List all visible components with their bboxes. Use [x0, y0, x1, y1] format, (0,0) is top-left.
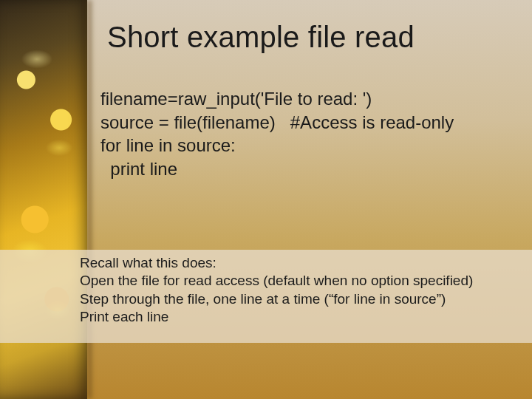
slide-title: Short example file read — [107, 21, 514, 54]
explain-line: Open the file for read access (default w… — [80, 272, 523, 290]
code-line: print line — [100, 159, 177, 179]
code-block: filename=raw_input('File to read: ') sou… — [100, 87, 514, 181]
explain-line: Recall what this does: — [80, 254, 523, 272]
code-line: filename=raw_input('File to read: ') — [100, 89, 372, 109]
explain-line: Step through the file, one line at a tim… — [80, 290, 523, 308]
slide: Short example file read filename=raw_inp… — [0, 0, 532, 399]
code-line: for line in source: — [100, 135, 236, 155]
code-line: source = file(filename) #Access is read-… — [100, 112, 454, 132]
explain-line: Print each line — [80, 308, 523, 326]
explanation-text: Recall what this does: Open the file for… — [80, 254, 523, 326]
